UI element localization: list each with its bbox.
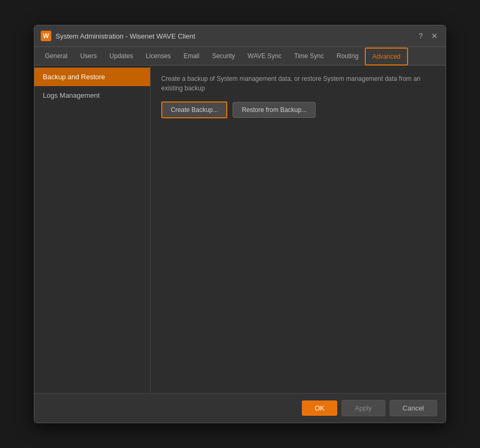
- help-button[interactable]: ?: [416, 31, 426, 41]
- tab-routing[interactable]: Routing: [330, 47, 365, 65]
- sidebar-item-logs-management[interactable]: Logs Management: [34, 86, 150, 105]
- restore-backup-button[interactable]: Restore from Backup...: [233, 102, 316, 118]
- tab-licenses[interactable]: Licenses: [140, 47, 177, 65]
- close-button[interactable]: ✕: [430, 31, 439, 41]
- action-buttons: Create Backup... Restore from Backup...: [161, 101, 435, 118]
- tab-general[interactable]: General: [39, 47, 74, 65]
- tab-time-sync[interactable]: Time Sync: [288, 47, 330, 65]
- tab-updates[interactable]: Updates: [103, 47, 140, 65]
- main-window: W System Administration - Wisenet WAVE C…: [34, 25, 446, 423]
- cancel-button[interactable]: Cancel: [390, 400, 437, 416]
- title-bar: W System Administration - Wisenet WAVE C…: [34, 25, 446, 47]
- main-panel: Create a backup of System management dat…: [151, 66, 446, 393]
- window-title: System Administration - Wisenet WAVE Cli…: [56, 32, 195, 40]
- tab-bar: General Users Updates Licenses Email Sec…: [34, 47, 446, 66]
- app-icon: W: [41, 31, 51, 41]
- tab-users[interactable]: Users: [74, 47, 103, 65]
- title-bar-left: W System Administration - Wisenet WAVE C…: [41, 31, 195, 41]
- description-text: Create a backup of System management dat…: [161, 74, 435, 93]
- title-bar-controls: ? ✕: [416, 31, 439, 41]
- apply-button[interactable]: Apply: [341, 400, 385, 416]
- tab-security[interactable]: Security: [206, 47, 241, 65]
- sidebar: Backup and Restore Logs Management: [34, 66, 151, 393]
- footer: OK Apply Cancel: [34, 393, 446, 423]
- ok-button[interactable]: OK: [302, 400, 337, 416]
- content-area: Backup and Restore Logs Management Creat…: [34, 66, 446, 393]
- sidebar-item-backup-restore[interactable]: Backup and Restore: [34, 68, 150, 86]
- tab-advanced[interactable]: Advanced: [365, 48, 408, 66]
- tab-wave-sync[interactable]: WAVE Sync: [242, 47, 288, 65]
- tab-email[interactable]: Email: [177, 47, 206, 65]
- create-backup-button[interactable]: Create Backup...: [161, 101, 227, 118]
